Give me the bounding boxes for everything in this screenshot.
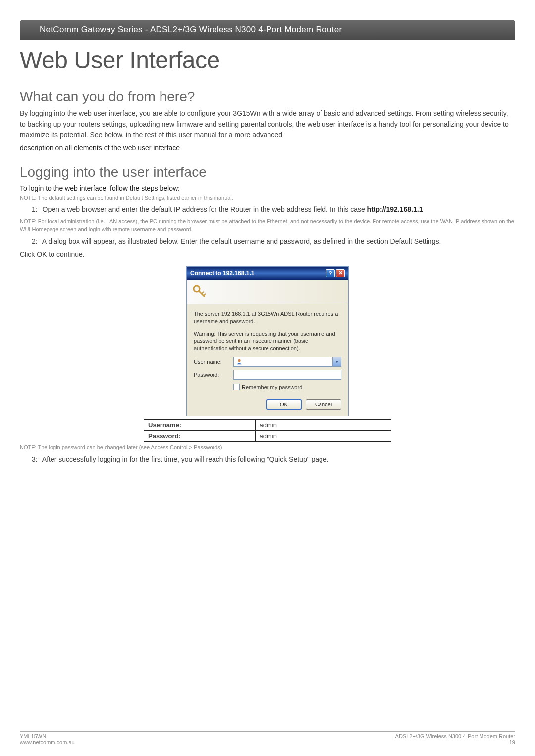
- step-3-number: 3:: [32, 454, 38, 465]
- router-url: http://192.168.1.1: [367, 205, 423, 213]
- note2-text: For local administration (i.e. LAN acces…: [20, 218, 514, 232]
- chevron-down-icon[interactable]: ▾: [332, 357, 341, 366]
- footer-model: YML15WN: [20, 733, 75, 739]
- section2-heading: Logging into the user interface: [20, 164, 515, 180]
- svg-point-4: [238, 359, 240, 362]
- username-cell-value: admin: [255, 420, 391, 431]
- svg-line-3: [204, 294, 206, 296]
- dialog-text-1: The server 192.168.1.1 at 3G15Wn ADSL Ro…: [194, 310, 341, 325]
- remember-checkbox[interactable]: [233, 384, 240, 390]
- footer-url: www.netcomm.com.au: [20, 739, 75, 745]
- section1-paragraph: By logging into the web user interface, …: [20, 108, 515, 141]
- step-3: 3: After successfully logging in for the…: [20, 454, 515, 465]
- dialog-body: The server 192.168.1.1 at 3G15Wn ADSL Ro…: [187, 304, 348, 416]
- user-icon: [236, 358, 243, 365]
- svg-line-2: [202, 292, 204, 294]
- page-title: Web User Interface: [20, 47, 515, 74]
- dialog-title-buttons: ? ✕: [326, 269, 345, 277]
- help-icon[interactable]: ?: [326, 269, 335, 277]
- step-1: 1: Open a web browser and enter the defa…: [20, 204, 515, 215]
- dialog-banner: [187, 280, 348, 304]
- step-2: 2: A dialog box will appear, as illustra…: [20, 236, 515, 247]
- note-default-settings: NOTE: The default settings can be found …: [20, 194, 515, 202]
- footer-product: ADSL2+/3G Wireless N300 4-Port Modem Rou…: [395, 733, 515, 739]
- credentials-table: Username: admin Password: admin: [144, 419, 391, 442]
- close-icon[interactable]: ✕: [336, 269, 345, 277]
- username-cell-label: Username:: [144, 420, 256, 431]
- step-3-text: After successfully logging in for the fi…: [42, 455, 329, 463]
- remember-password-row: Remember my password: [233, 384, 341, 390]
- note-prefix: NOTE:: [20, 218, 38, 224]
- login-instruction: To login to the web interface, follow th…: [20, 184, 515, 192]
- note-password-change: NOTE: The login password can be changed …: [20, 444, 515, 451]
- cancel-button[interactable]: Cancel: [306, 399, 341, 410]
- step-1-text: Open a web browser and enter the default…: [43, 205, 367, 213]
- note-local-admin: NOTE: For local administration (i.e. LAN…: [20, 218, 515, 233]
- dialog-wrapper: Connect to 192.168.1.1 ? ✕ The ser: [20, 266, 515, 416]
- password-row: Password:: [194, 370, 341, 380]
- dialog-title-text: Connect to 192.168.1.1: [190, 270, 254, 277]
- click-ok-text: Click OK to continue.: [20, 250, 515, 260]
- section1-heading: What can you do from here?: [20, 89, 515, 104]
- dialog-button-row: OK Cancel: [194, 399, 341, 410]
- password-input[interactable]: [233, 370, 341, 380]
- username-row: User name: ▾: [194, 357, 341, 367]
- keys-icon: [192, 284, 208, 300]
- page-footer: YML15WN www.netcomm.com.au ADSL2+/3G Wir…: [20, 731, 515, 745]
- section1-bold-line: description on all elements of the web u…: [20, 144, 515, 151]
- remember-label: Remember my password: [242, 384, 302, 390]
- footer-page-number: 19: [395, 739, 515, 745]
- password-label: Password:: [194, 372, 233, 378]
- password-cell-value: admin: [255, 431, 391, 442]
- dialog-text-2: Warning: This server is requesting that …: [194, 330, 341, 353]
- username-combobox[interactable]: ▾: [233, 357, 341, 367]
- page-content: Web User Interface What can you do from …: [0, 40, 535, 498]
- step-1-number: 1:: [32, 204, 38, 215]
- ok-button[interactable]: OK: [266, 399, 302, 410]
- header-bar: NetComm Gateway Series - ADSL2+/3G Wirel…: [20, 20, 515, 40]
- step-2-number: 2:: [32, 236, 38, 247]
- step-2-text: A dialog box will appear, as illustrated…: [42, 237, 441, 245]
- table-row: Password: admin: [144, 431, 391, 442]
- dialog-titlebar: Connect to 192.168.1.1 ? ✕: [187, 267, 348, 280]
- auth-dialog: Connect to 192.168.1.1 ? ✕ The ser: [186, 266, 349, 416]
- table-row: Username: admin: [144, 420, 391, 431]
- username-label: User name:: [194, 359, 233, 365]
- password-cell-label: Password:: [144, 431, 256, 442]
